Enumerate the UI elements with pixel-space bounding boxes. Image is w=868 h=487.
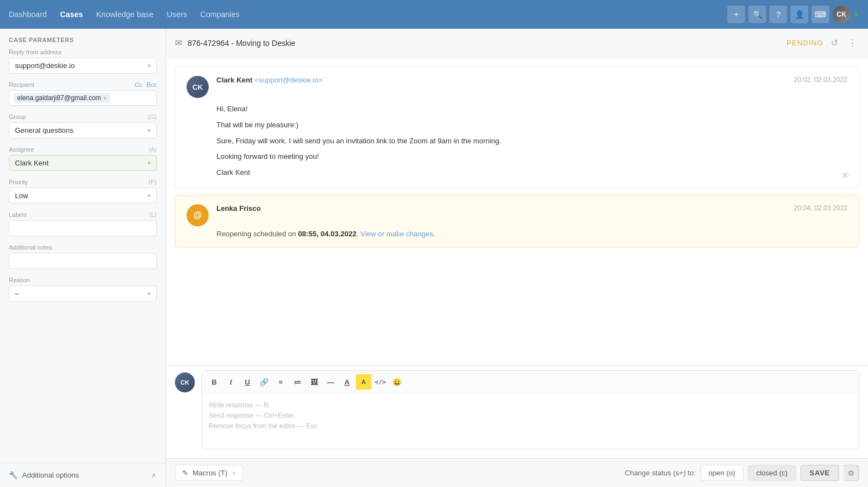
- additional-notes-label: Additional notes: [9, 244, 157, 251]
- message-time: 20:02, 02.03.2022: [794, 76, 848, 84]
- closed-status-button[interactable]: closed (c): [748, 465, 795, 481]
- cc-link[interactable]: Cc: [135, 81, 142, 88]
- image-button[interactable]: 🖼: [306, 374, 322, 390]
- system-message-time: 20:04, 02.03.2022: [794, 204, 848, 212]
- collapse-icon: ∧: [151, 471, 157, 479]
- align-button[interactable]: ≡: [273, 374, 288, 390]
- underline-button[interactable]: U: [240, 374, 255, 390]
- macros-label: Macros (T): [193, 469, 228, 477]
- editor-avatar: CK: [175, 372, 195, 392]
- message-meta: Clark Kent <support@deskie.io>: [216, 76, 786, 84]
- reply-from-chevron: ▾: [148, 63, 151, 69]
- code-button[interactable]: </>: [373, 374, 388, 390]
- change-status-label: Change status (s+) to:: [625, 469, 696, 477]
- priority-select[interactable]: Low ▾: [9, 188, 157, 204]
- labels-label: Labels (L): [9, 211, 157, 218]
- system-message-meta: Lenka Frisco: [216, 204, 786, 213]
- recipient-field-group: Recipient Cc Bcc elena.gaidarji87@gmail.…: [9, 81, 157, 106]
- reason-select[interactable]: – ▾: [9, 286, 157, 302]
- message-body: Hi, Elena! That will be my pleasure:) Su…: [187, 103, 848, 179]
- macros-button[interactable]: ✎ Macros (T) ∧: [175, 465, 243, 481]
- nav-dashboard[interactable]: Dashboard: [9, 8, 47, 21]
- additional-notes-input[interactable]: [9, 253, 157, 269]
- bcc-link[interactable]: Bcc: [147, 81, 157, 88]
- group-field-group: Group (G) General questions ▾: [9, 113, 157, 138]
- editor-area: CK B I U 🔗 ≡ ≔ 🖼 — A A </> 😀: [166, 365, 868, 458]
- list-button[interactable]: ≔: [290, 374, 305, 390]
- nav-cases[interactable]: Cases: [60, 8, 83, 21]
- grid-icon[interactable]: ⌨: [812, 6, 829, 23]
- system-message-header: @ Lenka Frisco 20:04, 02.03.2022: [187, 204, 848, 226]
- link-button[interactable]: 🔗: [256, 374, 272, 390]
- macros-icon: ✎: [182, 469, 188, 477]
- assignee-field-group: Assignee (A) Clark Kent ▾: [9, 146, 157, 171]
- italic-button[interactable]: I: [223, 374, 239, 390]
- nav-users[interactable]: Users: [167, 8, 187, 21]
- avatar-image: CK: [833, 6, 850, 23]
- case-parameters-panel: Case Parameters Reply from address suppo…: [0, 29, 166, 487]
- save-button[interactable]: SAVE: [800, 465, 839, 481]
- assignee-label: Assignee (A): [9, 146, 157, 153]
- view-changes-link[interactable]: View or make changes: [360, 230, 433, 238]
- nav-knowledge-base[interactable]: Knowledge base: [96, 8, 154, 21]
- recipient-label: Recipient Cc Bcc: [9, 81, 157, 88]
- editor-wrapper: CK B I U 🔗 ≡ ≔ 🖼 — A A </> 😀: [175, 370, 859, 449]
- editor-hint-3: Remove focus from the editor — Esc.: [209, 421, 852, 432]
- recipient-tag: elena.gaidarji87@gmail.com ×: [14, 93, 110, 103]
- system-message-avatar: @: [187, 204, 209, 226]
- reply-from-field-group: Reply from address support@deskie.io ▾: [9, 49, 157, 74]
- search-icon[interactable]: 🔍: [748, 6, 766, 23]
- case-parameters-body: Reply from address support@deskie.io ▾ R…: [0, 49, 166, 463]
- additional-options-footer[interactable]: 🔧 Additional options ∧: [0, 463, 166, 487]
- hr-button[interactable]: —: [323, 374, 338, 390]
- reason-label: Reason: [9, 277, 157, 283]
- message-avatar: CK: [187, 76, 209, 98]
- system-message-body: Reopening scheduled on 08:55, 04.03.2022…: [187, 230, 848, 238]
- assignee-chevron: ▾: [148, 160, 151, 166]
- system-message-card: @ Lenka Frisco 20:04, 02.03.2022 Reopeni…: [175, 195, 859, 247]
- bold-button[interactable]: B: [206, 374, 222, 390]
- add-icon[interactable]: ＋: [727, 6, 745, 23]
- additional-notes-field-group: Additional notes: [9, 244, 157, 269]
- assignee-select[interactable]: Clark Kent ▾: [9, 155, 157, 171]
- reply-from-select[interactable]: support@deskie.io ▾: [9, 58, 157, 74]
- text-bg-button[interactable]: A: [356, 374, 371, 390]
- save-dropdown-arrow[interactable]: ⊙: [844, 465, 859, 481]
- help-icon[interactable]: ?: [769, 6, 787, 23]
- remove-recipient-btn[interactable]: ×: [104, 95, 107, 101]
- group-select[interactable]: General questions ▾: [9, 122, 157, 138]
- editor-hint-2: Send response — Ctrl+Enter.: [209, 411, 852, 421]
- top-nav-right: ＋ 🔍 ? 👤 ⌨ CK: [727, 6, 859, 23]
- history-icon[interactable]: ↺: [829, 35, 840, 50]
- case-detail-panel: ✉ 876-472964 - Moving to Deskie PENDING …: [166, 29, 868, 487]
- emoji-button[interactable]: 😀: [389, 374, 405, 390]
- reason-field-group: Reason – ▾: [9, 277, 157, 302]
- macros-chevron: ∧: [232, 470, 236, 476]
- editor-toolbar: B I U 🔗 ≡ ≔ 🖼 — A A </> 😀: [202, 371, 859, 393]
- message-card: CK Clark Kent <support@deskie.io> 20:02,…: [175, 66, 859, 188]
- priority-field-group: Priority (P) Low ▾: [9, 179, 157, 204]
- bottom-bar: ✎ Macros (T) ∧ Change status (s+) to: op…: [166, 458, 868, 487]
- open-status-button[interactable]: open (o): [700, 465, 743, 481]
- group-label: Group (G): [9, 113, 157, 120]
- labels-input[interactable]: [9, 220, 157, 236]
- person-icon[interactable]: 👤: [790, 6, 808, 23]
- case-title: 876-472964 - Moving to Deskie: [188, 39, 781, 48]
- top-navigation: Dashboard Cases Knowledge base Users Com…: [0, 0, 868, 29]
- save-arrow-icon: ⊙: [848, 469, 854, 477]
- text-color-button[interactable]: A: [339, 374, 355, 390]
- recipient-tag-field[interactable]: elena.gaidarji87@gmail.com ×: [9, 90, 157, 106]
- recipient-extras: Cc Bcc: [135, 81, 157, 88]
- editor-content[interactable]: Write response — R. Send response — Ctrl…: [202, 393, 859, 449]
- reply-from-label: Reply from address: [9, 49, 157, 55]
- labels-field-group: Labels (L): [9, 211, 157, 236]
- group-chevron: ▾: [148, 127, 151, 133]
- nav-companies[interactable]: Companies: [200, 8, 240, 21]
- main-content: Case Parameters Reply from address suppo…: [0, 29, 868, 487]
- wrench-icon: 🔧: [9, 471, 18, 479]
- online-status-dot: [854, 12, 859, 17]
- priority-label: Priority (P): [9, 179, 157, 185]
- user-avatar[interactable]: CK: [833, 6, 850, 23]
- reason-chevron: ▾: [148, 291, 151, 297]
- more-options-icon[interactable]: ⋮: [846, 35, 859, 50]
